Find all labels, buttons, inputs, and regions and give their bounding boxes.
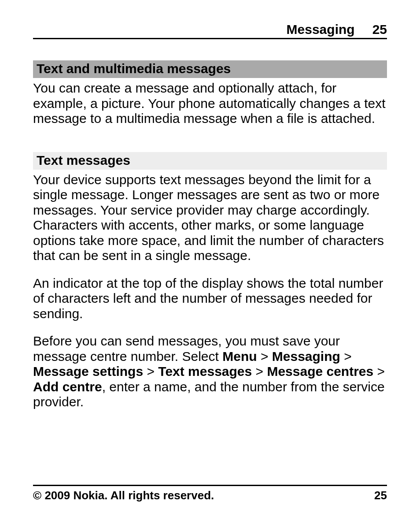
header-page-number: 25 <box>372 22 387 37</box>
menu-path-message-settings: Message settings <box>33 364 143 379</box>
footer-page-number: 25 <box>374 489 387 502</box>
section1-paragraph: You can create a message and optionally … <box>33 81 387 126</box>
section-heading-text-messages: Text messages <box>33 152 387 170</box>
sep: > <box>252 364 267 379</box>
page: Messaging 25 Text and multimedia message… <box>0 0 420 520</box>
footer-copyright: © 2009 Nokia. All rights reserved. <box>33 489 214 502</box>
sep: > <box>373 364 385 379</box>
section-heading-text-and-multimedia: Text and multimedia messages <box>33 60 387 78</box>
sep: > <box>340 349 352 364</box>
menu-path-menu: Menu <box>222 349 257 364</box>
section2-paragraph-1: Your device supports text messages beyon… <box>33 172 387 264</box>
menu-path-text-messages: Text messages <box>158 364 252 379</box>
page-header: Messaging 25 <box>33 22 387 39</box>
menu-path-add-centre: Add centre <box>33 379 102 394</box>
menu-path-messaging: Messaging <box>272 349 340 364</box>
sep: > <box>257 349 272 364</box>
sep: > <box>143 364 158 379</box>
header-title: Messaging <box>287 22 355 37</box>
page-footer: © 2009 Nokia. All rights reserved. 25 <box>33 485 387 502</box>
menu-path-message-centres: Message centres <box>267 364 373 379</box>
section2-paragraph-2: An indicator at the top of the display s… <box>33 276 387 322</box>
section2-paragraph-3: Before you can send messages, you must s… <box>33 334 387 410</box>
